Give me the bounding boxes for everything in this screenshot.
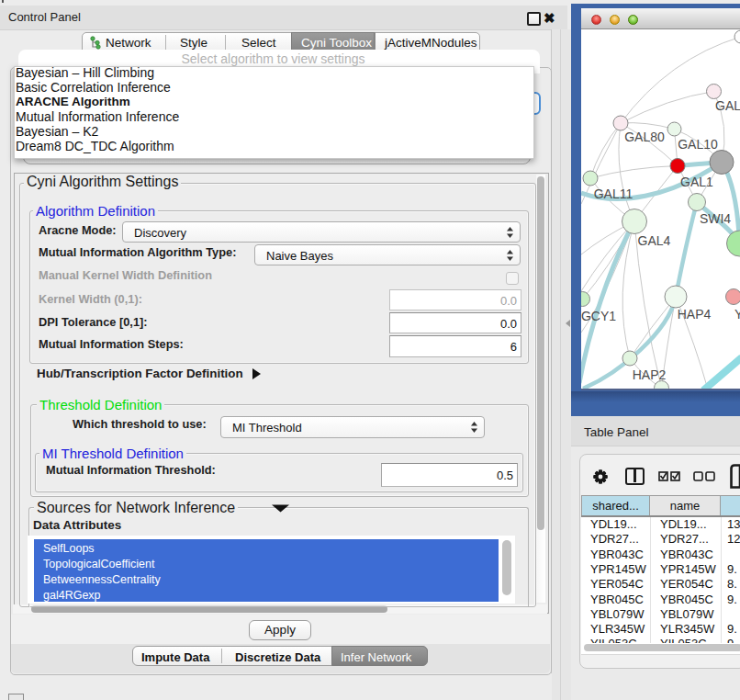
svg-text:HAP2: HAP2 xyxy=(633,367,667,382)
svg-text:GAL11: GAL11 xyxy=(594,186,633,201)
svg-text:GAL80: GAL80 xyxy=(715,98,740,113)
svg-text:GAL80: GAL80 xyxy=(624,130,665,144)
svg-text:GAL4: GAL4 xyxy=(638,233,671,248)
svg-text:GAL10: GAL10 xyxy=(678,137,718,152)
svg-text:GAL1: GAL1 xyxy=(680,175,713,189)
svg-text:GCY1: GCY1 xyxy=(581,309,616,323)
svg-text:SWI4: SWI4 xyxy=(700,211,731,226)
svg-text:YB: YB xyxy=(734,307,740,322)
svg-text:HAP4: HAP4 xyxy=(678,307,712,322)
